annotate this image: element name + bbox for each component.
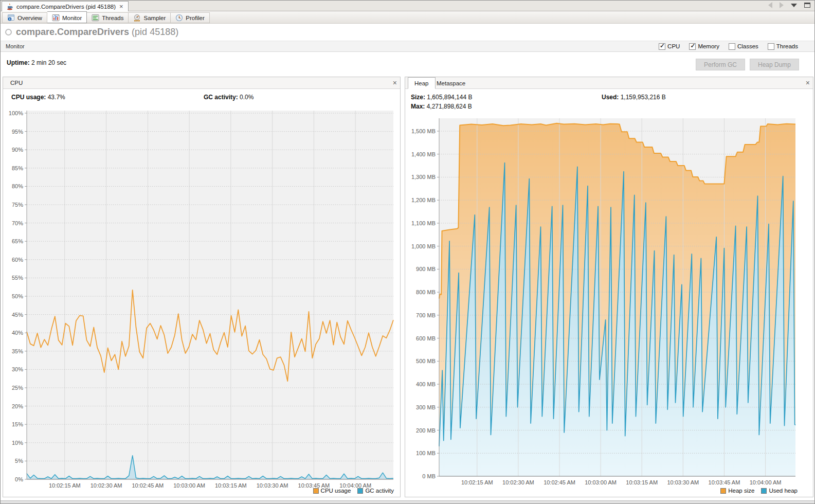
monitor-section-bar: Monitor CPU Memory Classes Threads [1, 41, 814, 52]
svg-text:900 MB: 900 MB [416, 266, 436, 272]
cpu-usage-stat-value: 43.7% [46, 94, 65, 101]
heap-panel-close-icon[interactable]: × [806, 79, 810, 87]
used-heap-legend-label: Used heap [769, 488, 798, 494]
page-title-pid: (pid 45188) [129, 27, 178, 37]
legend-item-gc-activity: GC activity [357, 488, 394, 494]
uptime-text: Uptime: 2 min 20 sec [7, 59, 66, 66]
svg-text:800 MB: 800 MB [416, 289, 436, 295]
tab-threads-label: Threads [102, 15, 123, 21]
cpu-panel-close-icon[interactable]: × [393, 79, 397, 87]
tab-metaspace-label: Metaspace [437, 80, 465, 86]
checkbox-classes-label: Classes [737, 43, 758, 49]
gc-activity-legend-label: GC activity [365, 488, 394, 494]
gc-activity-stat-value: 0.0% [238, 94, 254, 101]
svg-text:35%: 35% [12, 348, 23, 354]
checkbox-classes[interactable]: Classes [729, 43, 758, 50]
svg-text:50%: 50% [12, 293, 23, 299]
svg-text:600 MB: 600 MB [416, 335, 436, 341]
document-tab[interactable]: compare.CompareDrivers (pid 45188) × [2, 1, 129, 11]
svg-text:80%: 80% [12, 183, 23, 189]
svg-text:10:03:45 AM: 10:03:45 AM [709, 479, 740, 485]
checkbox-threads[interactable]: Threads [768, 43, 798, 50]
svg-text:5%: 5% [15, 458, 23, 464]
java-application-icon [6, 3, 14, 11]
svg-text:1,200 MB: 1,200 MB [411, 197, 436, 203]
svg-text:0 MB: 0 MB [422, 473, 436, 479]
cpu-usage-stat: CPU usage: 43.7% [11, 94, 65, 101]
svg-text:100 MB: 100 MB [416, 450, 436, 456]
svg-text:10:03:15 AM: 10:03:15 AM [626, 479, 658, 485]
uptime-row: Uptime: 2 min 20 sec Perform GC Heap Dum… [1, 52, 814, 75]
svg-text:95%: 95% [12, 129, 23, 135]
document-tab-title: compare.CompareDrivers (pid 45188) [16, 4, 116, 10]
checkbox-cpu-label: CPU [667, 43, 680, 49]
svg-text:85%: 85% [12, 165, 23, 171]
svg-text:10:02:30 AM: 10:02:30 AM [90, 482, 122, 489]
tab-threads[interactable]: Threads [87, 12, 129, 23]
svg-text:10:03:00 AM: 10:03:00 AM [173, 482, 205, 489]
svg-text:10:04:00 AM: 10:04:00 AM [750, 479, 782, 485]
svg-text:1,100 MB: 1,100 MB [411, 220, 436, 226]
tab-overview[interactable]: i Overview [2, 12, 47, 23]
svg-text:300 MB: 300 MB [416, 404, 436, 410]
svg-text:i: i [9, 17, 10, 21]
perform-gc-button[interactable]: Perform GC [696, 59, 745, 70]
tab-metaspace[interactable]: Metaspace [430, 77, 472, 89]
tab-monitor[interactable]: Monitor [47, 11, 87, 23]
svg-text:1,300 MB: 1,300 MB [411, 174, 436, 180]
cpu-panel: CPU × CPU usage: 43.7% GC activity: 0.0%… [3, 77, 401, 497]
svg-text:10:03:30 AM: 10:03:30 AM [667, 479, 699, 485]
monitor-icon [52, 14, 60, 22]
overview-icon: i [7, 14, 15, 22]
monitor-section-label: Monitor [6, 43, 25, 49]
metric-checkbox-group: CPU Memory Classes Threads [659, 43, 798, 50]
checkbox-threads-label: Threads [776, 43, 798, 49]
svg-text:45%: 45% [12, 312, 23, 318]
checkbox-memory[interactable]: Memory [689, 43, 719, 50]
legend-item-used-heap: Used heap [761, 488, 798, 494]
svg-text:10:02:30 AM: 10:02:30 AM [502, 479, 534, 485]
cpu-panel-title: CPU [10, 80, 23, 86]
used-heap-swatch [761, 488, 767, 494]
history-back-icon[interactable] [768, 2, 772, 8]
tab-profiler-label: Profiler [186, 15, 204, 21]
tab-profiler[interactable]: Profiler [171, 12, 209, 23]
cpu-usage-stat-label: CPU usage: [11, 94, 46, 101]
svg-text:1,400 MB: 1,400 MB [411, 151, 436, 157]
tab-sampler-label: Sampler [143, 15, 166, 21]
heap-size-stat-value: 1,605,894,144 B [425, 94, 472, 101]
svg-text:10:02:45 AM: 10:02:45 AM [544, 479, 575, 485]
gc-activity-stat-label: GC activity: [204, 94, 238, 101]
document-tab-bar: compare.CompareDrivers (pid 45188) × [1, 1, 814, 11]
history-forward-icon[interactable] [780, 2, 784, 8]
checkbox-cpu[interactable]: CPU [659, 43, 680, 50]
action-buttons: Perform GC Heap Dump [696, 59, 799, 70]
svg-text:0%: 0% [15, 476, 23, 482]
tab-sampler[interactable]: Sampler [129, 12, 171, 23]
tab-monitor-label: Monitor [62, 15, 82, 21]
svg-text:15%: 15% [12, 421, 23, 427]
svg-text:10:02:15 AM: 10:02:15 AM [49, 482, 81, 489]
page-title: compare.CompareDrivers (pid 45188) [16, 27, 178, 38]
tab-list-dropdown-icon[interactable] [791, 4, 797, 7]
document-tab-close-icon[interactable]: × [118, 4, 124, 9]
svg-text:10:02:15 AM: 10:02:15 AM [461, 479, 493, 485]
checkbox-threads-box[interactable] [768, 43, 774, 50]
heap-dump-button[interactable]: Heap Dump [750, 59, 799, 70]
svg-text:70%: 70% [12, 220, 23, 226]
checkbox-cpu-box[interactable] [659, 43, 665, 50]
application-title-row: compare.CompareDrivers (pid 45188) [1, 24, 814, 41]
svg-text:200 MB: 200 MB [416, 427, 436, 434]
heap-panel-header: Heap Metaspace × [405, 77, 813, 89]
heap-usage-chart: 0 MB100 MB200 MB300 MB400 MB500 MB600 MB… [405, 109, 813, 498]
checkbox-memory-box[interactable] [689, 43, 696, 50]
svg-text:10:03:00 AM: 10:03:00 AM [585, 479, 617, 485]
maximize-view-icon[interactable] [804, 3, 810, 8]
svg-text:10%: 10% [12, 440, 23, 446]
svg-text:60%: 60% [12, 257, 23, 263]
svg-text:10:03:15 AM: 10:03:15 AM [215, 482, 247, 489]
svg-text:75%: 75% [12, 202, 23, 208]
checkbox-classes-box[interactable] [729, 43, 735, 50]
heap-used-stat: Used: 1,159,953,216 B [602, 94, 666, 101]
svg-text:100%: 100% [9, 110, 23, 116]
